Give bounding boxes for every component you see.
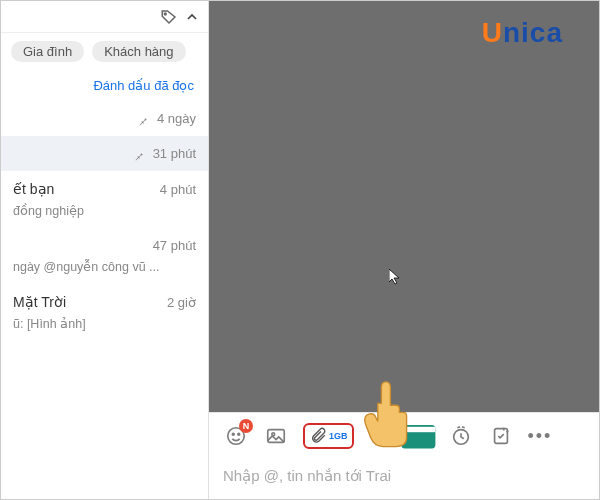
- image-icon[interactable]: [263, 423, 289, 449]
- list-item[interactable]: 4 ngày: [1, 101, 208, 136]
- time-label: 4 phút: [160, 182, 196, 197]
- time-label: 47 phút: [153, 238, 196, 253]
- tag-row: Gia đình Khách hàng: [1, 33, 208, 70]
- chevron-up-icon[interactable]: [184, 9, 200, 25]
- brand-logo: Unica: [482, 17, 563, 49]
- time-label: 4 ngày: [157, 111, 196, 126]
- list-item[interactable]: ết bạn 4 phút đồng nghiệp: [1, 171, 208, 228]
- list-item[interactable]: Mặt Trời 2 giờ ũ: [Hình ảnh]: [1, 284, 208, 341]
- cursor-icon: [389, 269, 401, 285]
- svg-rect-6: [373, 431, 388, 442]
- conv-subtitle: đồng nghiệp: [13, 203, 196, 218]
- reminder-icon[interactable]: [448, 423, 474, 449]
- svg-point-2: [232, 433, 234, 435]
- pin-icon: [133, 148, 145, 160]
- pin-icon: [137, 113, 149, 125]
- attach-file-button[interactable]: 1GB: [303, 423, 354, 449]
- conv-subtitle: ngày @nguyễn công vũ ...: [13, 259, 196, 274]
- svg-rect-7: [412, 431, 429, 443]
- new-badge: N: [239, 419, 253, 433]
- more-icon[interactable]: •••: [528, 426, 553, 447]
- composer-toolbar: N 1GB: [209, 415, 599, 457]
- time-label: 2 giờ: [167, 295, 196, 310]
- conv-subtitle: ũ: [Hình ảnh]: [13, 316, 196, 331]
- list-item[interactable]: 31 phút: [1, 136, 208, 171]
- mark-read-link[interactable]: Đánh dấu đã đọc: [1, 70, 208, 101]
- list-item[interactable]: 47 phút ngày @nguyễn công vũ ...: [1, 228, 208, 284]
- sidebar: Gia đình Khách hàng Đánh dấu đã đọc 4 ng…: [1, 1, 209, 499]
- tag-icon[interactable]: [160, 8, 178, 26]
- svg-point-8: [416, 433, 420, 437]
- task-icon[interactable]: [488, 423, 514, 449]
- sidebar-header: [1, 1, 208, 33]
- sticker-icon[interactable]: N: [223, 423, 249, 449]
- attach-label: 1GB: [329, 431, 348, 441]
- conv-title: ết bạn: [13, 181, 54, 197]
- svg-point-3: [238, 433, 240, 435]
- contact-card-icon[interactable]: [408, 423, 434, 449]
- conv-title: Mặt Trời: [13, 294, 66, 310]
- svg-point-0: [164, 13, 166, 15]
- tag-chip-customers[interactable]: Khách hàng: [92, 41, 185, 62]
- message-input[interactable]: [223, 467, 585, 484]
- tag-chip-family[interactable]: Gia đình: [11, 41, 84, 62]
- composer: N 1GB: [209, 412, 599, 499]
- chat-main: Unica N 1GB: [209, 1, 599, 499]
- screenshot-icon[interactable]: [368, 423, 394, 449]
- conversation-list: 4 ngày 31 phút ết bạn 4 phút đồng nghiệp: [1, 101, 208, 499]
- time-label: 31 phút: [153, 146, 196, 161]
